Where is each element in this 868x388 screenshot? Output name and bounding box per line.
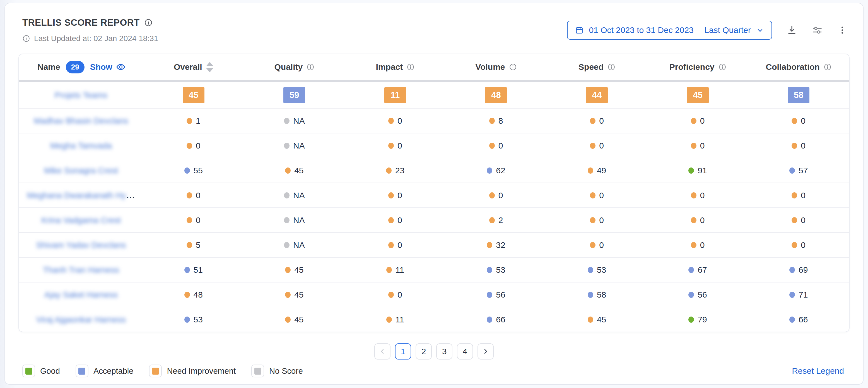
score-cell: 0: [748, 240, 849, 250]
horizontal-scrollbar[interactable]: [19, 80, 849, 82]
row-name-text: Madhav Bhasin Devclans: [34, 116, 128, 126]
score-value: 0: [700, 240, 705, 250]
name-count-badge[interactable]: 29: [66, 61, 85, 73]
row-name-link[interactable]: Shivam Yadav Devclans: [19, 240, 143, 250]
score-cell: 45: [244, 315, 345, 324]
info-icon[interactable]: [509, 63, 517, 71]
score-cell: 67: [647, 265, 748, 275]
score-badge[interactable]: 45: [183, 87, 205, 103]
pagination-next-button[interactable]: [477, 344, 494, 360]
score-cell: 56: [446, 290, 547, 300]
info-icon[interactable]: [608, 63, 615, 71]
legend-label: Acceptable: [93, 366, 133, 376]
legend-item-none[interactable]: No Score: [251, 364, 303, 378]
title-block: TRELLIS SCORE REPORT Last Updated at: 02…: [22, 17, 158, 43]
legend-item-good[interactable]: Good: [22, 364, 60, 378]
score-status-dot: [284, 143, 289, 149]
row-name-link[interactable]: Megha Tamvada: [19, 141, 143, 150]
calendar-icon: [575, 26, 584, 35]
score-status-dot: [284, 192, 289, 199]
score-value: 32: [496, 240, 505, 250]
info-icon[interactable]: [407, 63, 414, 71]
score-cell: NA: [244, 141, 345, 150]
info-icon[interactable]: [824, 63, 832, 71]
score-cell: 0: [748, 215, 849, 225]
score-value: 0: [700, 191, 705, 200]
column-header-overall[interactable]: Overall: [143, 62, 244, 72]
score-cell: 0: [547, 240, 647, 250]
score-status-dot: [588, 267, 593, 273]
score-cell: 0: [345, 290, 446, 300]
score-value: NA: [293, 116, 305, 126]
score-status-dot: [487, 292, 492, 298]
score-status-dot: [184, 267, 190, 273]
score-status-dot: [489, 143, 495, 149]
score-status-dot: [792, 118, 797, 124]
pagination-page-3[interactable]: 3: [436, 344, 453, 360]
show-toggle[interactable]: Show: [90, 62, 126, 72]
pagination-page-2[interactable]: 2: [415, 344, 432, 360]
table-row: Shivam Yadav Devclans5NA032000: [19, 232, 849, 257]
score-value: 0: [801, 191, 806, 200]
score-badge[interactable]: 45: [687, 87, 709, 103]
row-name-link[interactable]: Krina Vadgama Crest: [19, 215, 143, 225]
legend-item-need[interactable]: Need Improvement: [149, 364, 236, 378]
row-name-link[interactable]: Thanh Tran Harness: [19, 265, 143, 275]
score-cell: 23: [345, 166, 446, 175]
score-value: 0: [498, 141, 503, 150]
row-name-link[interactable]: Meghana Dwarakanath Hy...: [19, 191, 143, 200]
download-icon[interactable]: [786, 25, 797, 35]
score-badge[interactable]: 11: [384, 87, 406, 103]
score-value: 0: [398, 141, 402, 150]
column-header-quality: Quality: [244, 62, 345, 72]
row-name-link[interactable]: Madhav Bhasin Devclans: [19, 116, 143, 126]
score-cell: 0: [647, 240, 748, 250]
score-badge[interactable]: 44: [586, 87, 608, 103]
date-preset-text: Last Quarter: [704, 25, 751, 35]
score-value: 0: [700, 116, 705, 126]
score-cell: 11: [345, 265, 446, 275]
column-header-impact: Impact: [345, 62, 446, 72]
column-label: Speed: [579, 62, 603, 72]
legend-swatch-box: [75, 364, 88, 378]
legend-item-acceptable[interactable]: Acceptable: [75, 364, 133, 378]
info-icon[interactable]: [718, 63, 726, 71]
date-range-picker[interactable]: 01 Oct 2023 to 31 Dec 2023 Last Quarter: [567, 21, 772, 40]
pagination-page-1[interactable]: 1: [395, 344, 411, 360]
score-value: 8: [498, 116, 503, 126]
score-value: 0: [801, 240, 806, 250]
score-cell: 0: [547, 141, 647, 150]
table-row: Meghana Dwarakanath Hy...0NA00000: [19, 183, 849, 207]
score-badge[interactable]: 58: [788, 87, 809, 103]
score-status-dot: [691, 217, 696, 223]
filter-settings-icon[interactable]: [812, 25, 823, 36]
score-status-dot: [792, 242, 797, 248]
column-header-speed: Speed: [547, 62, 647, 72]
score-cell: 0: [748, 116, 849, 126]
kebab-menu-icon[interactable]: [837, 25, 847, 35]
pagination-prev-button[interactable]: [374, 344, 391, 360]
score-cell: 79: [647, 315, 748, 324]
score-cell: 45: [244, 166, 345, 175]
score-badge[interactable]: 48: [485, 87, 507, 103]
row-name-link[interactable]: Viraj Ajgaonkar Harness: [19, 315, 143, 324]
score-badge[interactable]: 59: [283, 87, 305, 103]
pagination: 1234: [5, 344, 863, 360]
info-icon[interactable]: [307, 63, 314, 71]
score-value: 66: [799, 315, 808, 324]
score-status-dot: [487, 267, 492, 273]
score-cell: 0: [345, 240, 446, 250]
score-cell: 0: [647, 215, 748, 225]
row-name-link[interactable]: Ajay Saket Harness: [19, 290, 143, 300]
sort-icon[interactable]: [206, 62, 213, 72]
score-cell: 0: [748, 191, 849, 200]
score-cell: 32: [446, 240, 547, 250]
title-info-icon[interactable]: [144, 19, 153, 27]
pagination-page-4[interactable]: 4: [457, 344, 473, 360]
reset-legend-link[interactable]: Reset Legend: [792, 366, 844, 376]
legend-swatch-box: [149, 364, 162, 378]
row-name-link[interactable]: Projets Teams: [19, 90, 143, 100]
row-name-link[interactable]: Mike Sonagra Crest: [19, 166, 143, 175]
score-status-dot: [792, 217, 797, 223]
score-cell: 55: [143, 166, 244, 175]
